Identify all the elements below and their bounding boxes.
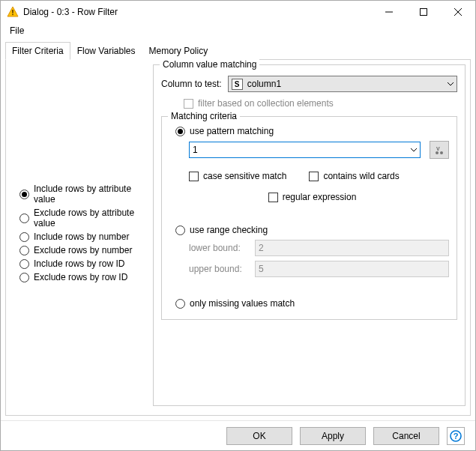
radio-include-id[interactable]: Include rows by row ID xyxy=(19,258,153,269)
svg-text:V: V xyxy=(436,146,440,151)
menu-file[interactable]: File xyxy=(5,24,28,37)
filter-mode-group: Include rows by attribute value Exclude … xyxy=(10,64,153,411)
radio-label: Include rows by row ID xyxy=(34,258,124,269)
checkbox-icon xyxy=(309,172,319,181)
pattern-value: 1 xyxy=(193,145,198,155)
lower-bound-label: lower bound: xyxy=(189,243,249,253)
svg-rect-2 xyxy=(12,14,13,16)
checkbox-label: case sensitive match xyxy=(203,171,286,181)
svg-rect-4 xyxy=(421,9,427,16)
pattern-options-row1: case sensitive match contains wild cards xyxy=(175,163,449,186)
tab-filter-criteria[interactable]: Filter Criteria xyxy=(5,42,70,60)
maximize-button[interactable] xyxy=(406,1,441,23)
pattern-options-row2: regular expression xyxy=(175,186,449,211)
radio-icon xyxy=(175,127,185,136)
dialog-window: Dialog - 0:3 - Row Filter File Filter Cr… xyxy=(0,0,476,451)
radio-label: use range checking xyxy=(190,225,268,235)
radio-label: Exclude rows by row ID xyxy=(34,272,127,282)
radio-use-pattern[interactable]: use pattern matching xyxy=(175,126,449,136)
svg-point-8 xyxy=(436,151,439,154)
range-inputs: lower bound: 2 upper bound: 5 xyxy=(175,240,449,277)
pattern-row: 1 V xyxy=(175,141,449,159)
radio-icon xyxy=(19,273,29,282)
filter-collection-checkbox: filter based on collection elements xyxy=(161,98,457,109)
fieldset-legend: Matching criteria xyxy=(168,111,240,121)
checkbox-label: contains wild cards xyxy=(323,171,399,181)
radio-include-num[interactable]: Include rows by number xyxy=(19,231,153,242)
column-to-test-combobox[interactable]: S column1 xyxy=(228,76,457,92)
svg-rect-1 xyxy=(12,10,13,13)
tabbar: Filter Criteria Flow Variables Memory Po… xyxy=(5,41,471,60)
window-controls xyxy=(372,1,475,23)
radio-label: Exclude rows by number xyxy=(34,245,132,255)
question-mark-icon: ? xyxy=(454,432,459,441)
fieldset-legend: Column value matching xyxy=(160,59,259,70)
radio-icon xyxy=(19,259,29,269)
pattern-combobox[interactable]: 1 xyxy=(189,142,421,158)
radio-icon xyxy=(175,226,185,235)
radio-label: use pattern matching xyxy=(190,126,274,136)
radio-exclude-attr[interactable]: Exclude rows by attribute value xyxy=(19,208,153,228)
menubar: File xyxy=(1,23,475,38)
tab-memory-policy[interactable]: Memory Policy xyxy=(142,42,214,60)
radio-icon xyxy=(19,246,29,255)
radio-label: Include rows by number xyxy=(34,231,129,242)
radio-use-range[interactable]: use range checking xyxy=(175,225,449,235)
column-to-test-label: Column to test: xyxy=(161,79,222,89)
checkbox-case-sensitive[interactable]: case sensitive match xyxy=(189,171,286,181)
minimize-button[interactable] xyxy=(372,1,406,23)
checkbox-label: regular expression xyxy=(283,192,357,202)
radio-label: Include rows by attribute value xyxy=(34,184,153,205)
radio-icon xyxy=(19,190,29,199)
cancel-button[interactable]: Cancel xyxy=(373,427,439,445)
titlebar: Dialog - 0:3 - Row Filter xyxy=(1,1,475,23)
checkbox-icon xyxy=(184,99,193,109)
chevron-down-icon xyxy=(411,145,417,155)
criteria-content: use pattern matching 1 V xyxy=(169,126,449,309)
radio-icon xyxy=(175,299,185,309)
lower-bound-input: 2 xyxy=(255,240,449,256)
radio-exclude-num[interactable]: Exclude rows by number xyxy=(19,245,153,255)
radio-include-attr[interactable]: Include rows by attribute value xyxy=(19,184,153,205)
apply-button[interactable]: Apply xyxy=(300,427,366,445)
ok-button[interactable]: OK xyxy=(226,427,292,445)
upper-bound-input: 5 xyxy=(255,261,449,277)
upper-bound-label: upper bound: xyxy=(189,264,249,274)
checkbox-wild-cards[interactable]: contains wild cards xyxy=(309,171,399,181)
window-title: Dialog - 0:3 - Row Filter xyxy=(23,7,372,17)
radio-label: Exclude rows by attribute value xyxy=(34,208,153,228)
column-value-matching-fieldset: Column value matching Column to test: S … xyxy=(153,64,466,406)
upper-bound-row: upper bound: 5 xyxy=(189,261,449,277)
svg-point-9 xyxy=(440,151,443,154)
help-button[interactable]: ? xyxy=(447,427,465,445)
matching-criteria-fieldset: Matching criteria use pattern matching 1 xyxy=(161,116,457,320)
app-icon xyxy=(7,6,19,18)
button-bar: OK Apply Cancel ? xyxy=(1,420,475,450)
chevron-down-icon xyxy=(448,79,454,89)
column-to-test-row: Column to test: S column1 xyxy=(161,76,457,92)
checkbox-regex[interactable]: regular expression xyxy=(268,192,357,202)
lower-bound-row: lower bound: 2 xyxy=(189,240,449,256)
radio-icon xyxy=(19,232,29,242)
radio-icon xyxy=(19,214,29,223)
column-value-matching: Column value matching Column to test: S … xyxy=(153,64,466,411)
input-value: 5 xyxy=(259,264,264,274)
radio-label: only missing values match xyxy=(190,298,295,309)
radio-exclude-id[interactable]: Exclude rows by row ID xyxy=(19,272,153,282)
checkbox-icon xyxy=(268,193,278,202)
input-value: 2 xyxy=(259,243,264,253)
column-value: column1 xyxy=(247,79,281,89)
radio-only-missing[interactable]: only missing values match xyxy=(175,298,449,309)
filter-criteria-panel: Include rows by attribute value Exclude … xyxy=(5,60,471,416)
checkbox-icon xyxy=(189,172,199,181)
flow-variable-button[interactable]: V xyxy=(430,141,449,159)
checkbox-label: filter based on collection elements xyxy=(198,98,334,109)
tab-flow-variables[interactable]: Flow Variables xyxy=(70,42,142,60)
close-button[interactable] xyxy=(441,1,475,23)
column-type-badge: S xyxy=(232,79,243,90)
